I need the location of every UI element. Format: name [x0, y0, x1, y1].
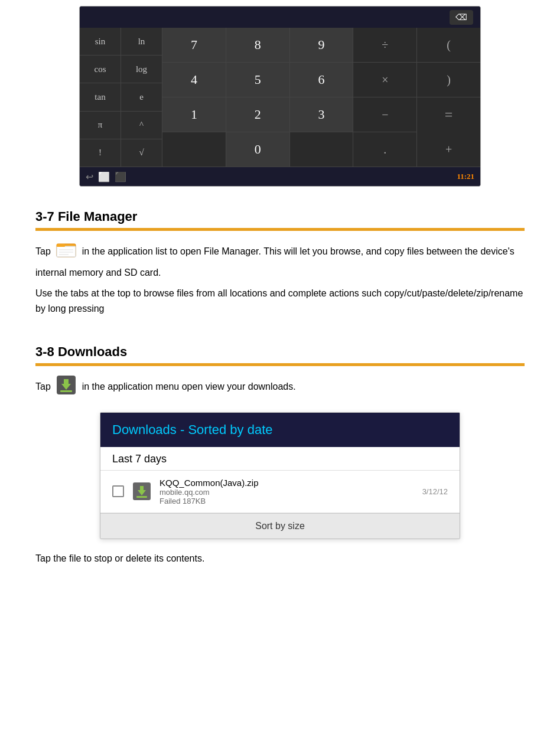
tan-button[interactable]: tan	[80, 83, 121, 111]
calc-row-2: 4 5 6 × )	[162, 63, 480, 97]
key-2[interactable]: 2	[226, 97, 290, 132]
sci-row-4: π ^	[80, 112, 162, 139]
ln-button[interactable]: ln	[121, 28, 162, 56]
calculator-screenshot: ⌫ sin ln cos log tan e π ^	[0, 0, 560, 198]
key-1[interactable]: 1	[162, 97, 226, 132]
item-status: Failed 187KB	[159, 497, 414, 505]
sci-row-1: sin ln	[80, 28, 162, 56]
main-keypad: 7 8 9 ÷ ( 4 5 6 × ) 1 2 3 −	[162, 28, 480, 167]
section-37-heading: 3-7 File Manager	[0, 198, 560, 228]
pi-button[interactable]: π	[80, 112, 121, 139]
calc-row-1: 7 8 9 ÷ (	[162, 28, 480, 63]
key-9[interactable]: 9	[290, 28, 354, 63]
svg-rect-2	[57, 244, 65, 247]
calc-header: ⌫	[80, 6, 480, 28]
item-info: KQQ_Common(Java).zip mobile.qq.com Faile…	[159, 478, 414, 505]
key-0[interactable]: 0	[226, 132, 290, 167]
calc-body: sin ln cos log tan e π ^ ! √	[80, 28, 480, 167]
recents-icon[interactable]: ⬛	[115, 171, 126, 182]
sci-row-5: ! √	[80, 139, 162, 167]
power-button[interactable]: ^	[121, 112, 162, 139]
downloads-section-label: Last 7 days	[100, 447, 460, 471]
key-equals[interactable]: =	[417, 97, 480, 132]
home-icon[interactable]: ⬜	[98, 171, 110, 182]
downloads-app-image: Downloads - Sorted by date Last 7 days K…	[100, 412, 460, 539]
file-manager-icon	[56, 239, 77, 265]
factorial-button[interactable]: !	[80, 139, 121, 167]
key-6[interactable]: 6	[290, 63, 354, 97]
section-38-para1: Tap in the application menu open view yo…	[0, 374, 560, 400]
calculator-image: ⌫ sin ln cos log tan e π ^	[79, 6, 481, 187]
sort-by-size-button[interactable]: Sort by size	[100, 513, 460, 539]
sqrt-button[interactable]: √	[121, 139, 162, 167]
key-divide[interactable]: ÷	[353, 28, 417, 63]
downloads-item[interactable]: KQQ_Common(Java).zip mobile.qq.com Faile…	[100, 471, 460, 513]
calc-row-3: 1 2 3 − =	[162, 97, 480, 132]
cos-button[interactable]: cos	[80, 56, 121, 83]
sci-row-3: tan e	[80, 83, 162, 111]
downloads-icon	[56, 374, 77, 400]
section-38-heading: 3-8 Downloads	[0, 334, 560, 363]
section-38-divider	[35, 363, 525, 366]
svg-rect-1	[57, 246, 76, 257]
calc-status-bar: ↩ ⬜ ⬛ 11:21	[80, 167, 480, 186]
key-4[interactable]: 4	[162, 63, 226, 97]
key-multiply[interactable]: ×	[353, 63, 417, 97]
downloads-header: Downloads - Sorted by date	[100, 413, 460, 447]
item-date: 3/12/12	[422, 487, 448, 496]
e-button[interactable]: e	[121, 83, 162, 111]
downloads-title: Downloads - Sorted by date	[112, 422, 273, 437]
svg-rect-8	[60, 390, 72, 392]
log-button[interactable]: log	[121, 56, 162, 83]
section-37-divider	[35, 228, 525, 231]
calc-row-4: 0 . +	[162, 132, 480, 167]
key-empty-right	[290, 132, 354, 167]
item-checkbox[interactable]	[112, 485, 124, 497]
key-minus[interactable]: −	[353, 97, 417, 132]
item-source: mobile.qq.com	[159, 488, 414, 497]
status-time: 11:21	[457, 172, 474, 181]
key-rparen[interactable]: )	[417, 63, 480, 97]
key-empty-left	[162, 132, 226, 167]
svg-rect-11	[136, 496, 147, 498]
key-7[interactable]: 7	[162, 28, 226, 63]
key-8[interactable]: 8	[226, 28, 290, 63]
downloads-screenshot-container: Downloads - Sorted by date Last 7 days K…	[0, 406, 560, 551]
section-38-para2: Tap the file to stop or delete its conte…	[0, 551, 560, 566]
scientific-keys: sin ln cos log tan e π ^ ! √	[80, 28, 162, 167]
back-icon[interactable]: ↩	[86, 171, 93, 182]
section-37-para1: Tap in the application list to open File…	[0, 239, 560, 280]
sin-button[interactable]: sin	[80, 28, 121, 56]
item-download-icon	[132, 482, 151, 501]
key-dot[interactable]: .	[353, 132, 417, 167]
key-3[interactable]: 3	[290, 97, 354, 132]
backspace-button[interactable]: ⌫	[450, 10, 473, 25]
nav-icons: ↩ ⬜ ⬛	[86, 171, 126, 182]
section-37-para2: Use the tabs at the top to browse files …	[0, 286, 560, 316]
key-lparen[interactable]: (	[417, 28, 480, 63]
item-filename: KQQ_Common(Java).zip	[159, 478, 414, 488]
key-5[interactable]: 5	[226, 63, 290, 97]
sci-row-2: cos log	[80, 56, 162, 83]
key-plus[interactable]: +	[417, 132, 480, 167]
